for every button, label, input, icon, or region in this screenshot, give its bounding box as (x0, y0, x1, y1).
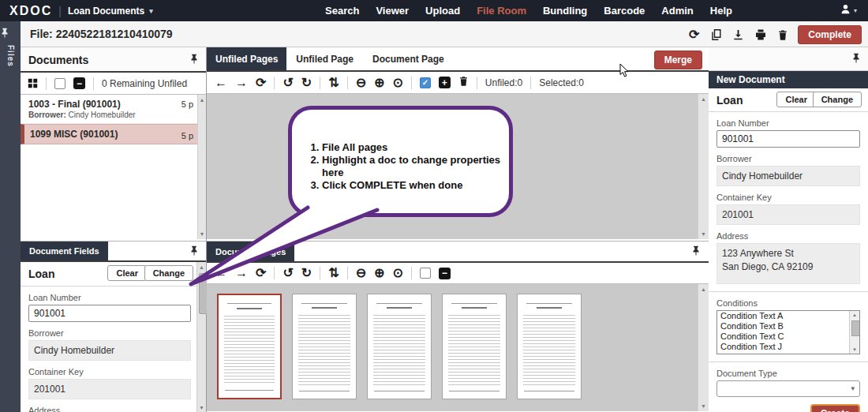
documents-scrollbar[interactable]: ▲ ▼ (197, 95, 206, 239)
print-icon[interactable] (754, 28, 767, 42)
pin-icon[interactable] (189, 245, 199, 257)
page-thumbnail[interactable] (292, 294, 357, 399)
scroll-up-icon[interactable]: ▲ (198, 97, 206, 103)
merge-button[interactable]: Merge (654, 51, 702, 69)
fields-scrollbar[interactable]: ▲ ▼ (196, 262, 206, 412)
trash-icon[interactable] (458, 76, 469, 90)
canvas-scrollbar[interactable]: ▲ ▼ (698, 94, 709, 239)
pin-icon[interactable] (189, 54, 199, 65)
document-title: 1099 MISC (901001) (30, 129, 189, 140)
rotate-ccw-icon[interactable]: ↺ (282, 77, 293, 89)
grid-view-icon[interactable] (28, 78, 38, 88)
pin-icon[interactable] (691, 245, 701, 257)
sort-vertical-icon[interactable]: ⇅ (328, 267, 339, 279)
scroll-down-icon[interactable]: ▼ (698, 403, 709, 409)
zoom-out-icon[interactable]: ⊖ (356, 77, 366, 89)
pin-icon[interactable] (851, 53, 861, 64)
refresh-icon[interactable]: ⟳ (256, 77, 266, 89)
refresh-icon[interactable]: ⟳ (256, 267, 266, 279)
loan-number-input[interactable] (28, 305, 191, 322)
new-document-panel: New Document Loan Clear Change Loan Numb… (709, 47, 868, 412)
tab-document-fields[interactable]: Document Fields (21, 242, 108, 260)
document-type-dropdown[interactable]: ▾ (716, 380, 860, 397)
page-thumbnail[interactable] (517, 294, 582, 399)
scroll-up-icon[interactable]: ▲ (698, 287, 709, 292)
select-all-checkbox[interactable] (54, 78, 65, 89)
scroll-up-icon[interactable]: ▲ (850, 313, 859, 317)
loan-number-input[interactable] (716, 130, 860, 148)
select-pages-checkbox[interactable] (420, 268, 431, 279)
tab-unfiled-pages[interactable]: Unfiled Pages (207, 47, 286, 70)
zoom-actual-icon[interactable]: ⊙ (392, 267, 402, 279)
zoom-in-icon[interactable]: ⊕ (374, 267, 384, 279)
forward-icon[interactable]: → (235, 267, 248, 279)
scroll-down-icon[interactable]: ▼ (698, 231, 709, 237)
zoom-out-icon[interactable]: ⊖ (356, 267, 366, 279)
rotate-ccw-icon[interactable]: ↺ (282, 267, 293, 279)
back-icon[interactable]: ← (215, 77, 227, 89)
change-button[interactable]: Change (813, 92, 862, 107)
user-menu[interactable]: ▾ (840, 0, 857, 21)
add-icon[interactable]: + (439, 77, 451, 88)
condition-option[interactable]: Condition Text A (717, 311, 859, 321)
document-pages-tab-bar: Document Pages (207, 242, 709, 263)
condition-option[interactable]: Condition Text C (717, 331, 859, 342)
collapse-icon[interactable]: − (439, 268, 451, 279)
scroll-down-icon[interactable]: ▼ (197, 405, 206, 410)
nav-item-bundling[interactable]: Bundling (543, 5, 587, 17)
page-thumbnail-selected[interactable] (217, 294, 282, 399)
clear-button[interactable]: Clear (776, 92, 816, 107)
delete-icon[interactable] (776, 28, 789, 42)
condition-option[interactable]: Condition Text B (717, 321, 859, 331)
scroll-up-icon[interactable]: ▲ (698, 96, 709, 102)
scrollbar-thumb[interactable] (851, 320, 860, 336)
loan-form-header: Loan Clear Change (709, 88, 868, 112)
zoom-actual-icon[interactable]: ⊙ (392, 77, 402, 89)
nav-item-barcode[interactable]: Barcode (604, 5, 645, 17)
rotate-cw-icon[interactable]: ↻ (301, 267, 312, 279)
refresh-icon[interactable]: ⟳ (687, 28, 701, 42)
conditions-scrollbar[interactable]: ▲ ▼ (849, 311, 859, 354)
select-pages-checkbox[interactable]: ✓ (420, 77, 431, 88)
caret-down-icon: ▾ (149, 7, 153, 15)
page-thumbnail[interactable] (442, 294, 507, 399)
file-id-title: File: 2240522181210410079 (30, 28, 173, 40)
sort-vertical-icon[interactable]: ⇅ (328, 77, 339, 89)
clear-button[interactable]: Clear (107, 265, 147, 281)
create-button[interactable]: Create (810, 404, 860, 412)
context-dropdown[interactable]: Loan Documents ▾ (68, 6, 153, 17)
thumbnails-scrollbar[interactable]: ▲ ▼ (698, 284, 709, 411)
tab-document-page[interactable]: Document Page (363, 47, 454, 70)
nav-item-admin[interactable]: Admin (661, 5, 693, 17)
forward-icon[interactable]: → (235, 77, 248, 89)
divider (274, 77, 275, 89)
complete-button[interactable]: Complete (798, 25, 862, 44)
collapse-icon[interactable]: − (73, 77, 85, 89)
download-icon[interactable] (731, 28, 745, 42)
divider (530, 77, 531, 89)
top-nav: XDOC | Loan Documents ▾ Search Viewer Up… (0, 0, 868, 21)
change-button[interactable]: Change (144, 265, 193, 281)
files-side-tab[interactable]: Files (0, 21, 21, 412)
nav-item-file-room[interactable]: File Room (477, 5, 526, 17)
back-icon[interactable]: ← (215, 267, 227, 279)
file-bar: File: 2240522181210410079 ⟳ Complete (21, 21, 868, 47)
nav-item-viewer[interactable]: Viewer (376, 5, 409, 17)
document-list-item[interactable]: 1003 - Final (901001) Borrower: Cindy Ho… (21, 95, 206, 124)
scroll-down-icon[interactable]: ▼ (198, 231, 206, 237)
document-list-item-selected[interactable]: 1099 MISC (901001) 5 p (21, 124, 206, 144)
copy-pages-icon[interactable] (709, 28, 723, 42)
nav-item-search[interactable]: Search (325, 5, 359, 17)
scroll-up-icon[interactable]: ▲ (197, 264, 206, 270)
conditions-listbox[interactable]: Condition Text A Condition Text B Condit… (716, 310, 860, 354)
tab-document-pages[interactable]: Document Pages (207, 242, 294, 261)
rotate-cw-icon[interactable]: ↻ (301, 77, 312, 89)
scroll-down-icon[interactable]: ▼ (850, 347, 859, 352)
tab-unfiled-page[interactable]: Unfiled Page (286, 47, 363, 70)
page-thumbnail[interactable] (367, 294, 432, 399)
nav-item-upload[interactable]: Upload (425, 5, 460, 17)
documents-title: Documents (28, 54, 88, 66)
nav-item-help[interactable]: Help (710, 5, 732, 17)
condition-option[interactable]: Condition Text J (717, 342, 859, 352)
zoom-in-icon[interactable]: ⊕ (374, 77, 384, 89)
